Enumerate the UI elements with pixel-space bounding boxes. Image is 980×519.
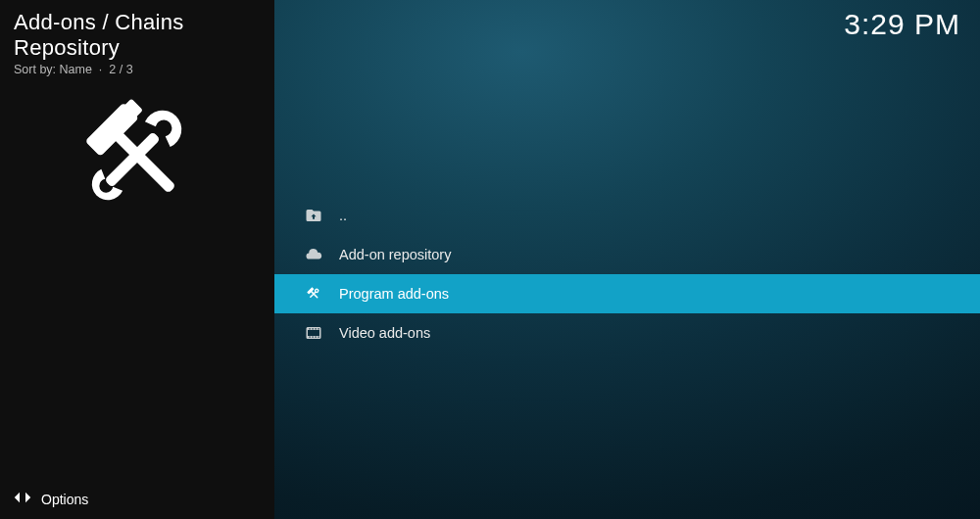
svg-rect-15 (318, 328, 319, 330)
separator: · (99, 63, 102, 76)
svg-rect-13 (313, 328, 314, 330)
tools-icon (69, 86, 206, 227)
svg-rect-12 (310, 328, 311, 330)
list-item-parent-dir[interactable]: .. (274, 196, 980, 235)
main-panel: 3:29 PM .. Add-on repository Program add… (274, 0, 980, 519)
options-button[interactable]: Options (14, 489, 88, 509)
list-item-label: .. (339, 208, 347, 223)
clock: 3:29 PM (844, 8, 960, 41)
category-artwork (69, 88, 206, 225)
options-label: Options (41, 492, 88, 507)
breadcrumb: Add-ons / Chains Repository (14, 10, 274, 61)
list-item-label: Video add-ons (339, 325, 430, 341)
list-item-label: Program add-ons (339, 286, 449, 302)
cloud-icon (304, 245, 323, 264)
position-indicator: 2 / 3 (109, 63, 132, 76)
list-item-program-addons[interactable]: Program add-ons (274, 274, 980, 313)
svg-rect-17 (313, 336, 314, 338)
sort-by-label[interactable]: Sort by: Name (14, 63, 92, 76)
tools-icon (304, 284, 323, 304)
list-item-video-addons[interactable]: Video add-ons (274, 313, 980, 353)
folder-up-icon (304, 206, 323, 225)
list-item-addon-repository[interactable]: Add-on repository (274, 235, 980, 274)
sidebar: Add-ons / Chains Repository Sort by: Nam… (0, 0, 274, 519)
header: Add-ons / Chains Repository Sort by: Nam… (14, 10, 274, 76)
list-item-label: Add-on repository (339, 247, 451, 262)
svg-rect-0 (112, 129, 175, 193)
svg-rect-16 (310, 336, 311, 338)
sort-position-line: Sort by: Name · 2 / 3 (14, 63, 274, 76)
addon-category-list: .. Add-on repository Program add-ons Vid… (274, 196, 980, 353)
options-icon (14, 489, 31, 509)
svg-rect-19 (318, 336, 319, 338)
film-icon (304, 323, 323, 343)
svg-rect-14 (316, 328, 317, 330)
svg-rect-18 (316, 336, 317, 338)
